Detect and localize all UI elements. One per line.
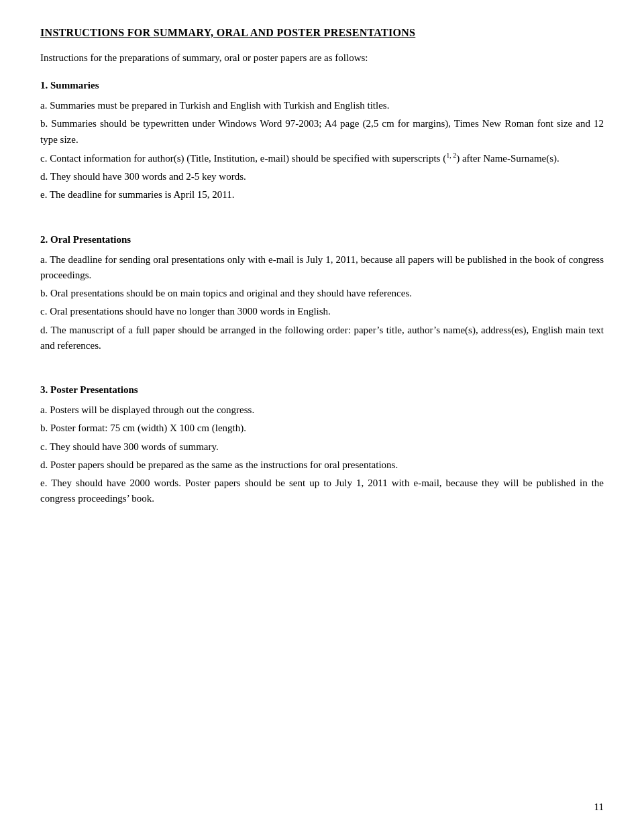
page: INSTRUCTIONS FOR SUMMARY, ORAL AND POSTE… bbox=[0, 0, 644, 833]
item-3d: d. Poster papers should be prepared as t… bbox=[40, 457, 604, 473]
intro-text: Instructions for the preparations of sum… bbox=[40, 52, 604, 64]
item-3a-text: Posters will be displayed through out th… bbox=[50, 404, 254, 415]
item-1a: a. Summaries must be prepared in Turkish… bbox=[40, 98, 604, 113]
item-3c-text: They should have 300 words of summary. bbox=[50, 441, 219, 452]
item-1d-label: d. bbox=[40, 171, 50, 182]
item-2a-label: a. bbox=[40, 254, 50, 265]
item-2d-label: d. bbox=[40, 325, 50, 335]
section-3-title: 3. Poster Presentations bbox=[40, 384, 604, 396]
item-2b-label: b. bbox=[40, 288, 50, 298]
item-3d-text: Poster papers should be prepared as the … bbox=[50, 459, 398, 470]
section-2-title: 2. Oral Presentations bbox=[40, 234, 604, 245]
item-2b-text: Oral presentations should be on main top… bbox=[50, 288, 412, 298]
section-summaries: 1. Summaries a. Summaries must be prepar… bbox=[40, 80, 604, 203]
item-3e-text: They should have 2000 words. Poster pape… bbox=[40, 478, 604, 504]
item-3c: c. They should have 300 words of summary… bbox=[40, 439, 604, 455]
item-1a-label: a. bbox=[40, 100, 50, 111]
item-3b: b. Poster format: 75 cm (width) X 100 cm… bbox=[40, 421, 604, 436]
item-1b-label: b. bbox=[40, 118, 51, 129]
item-2c: c. Oral presentations should have no lon… bbox=[40, 304, 604, 319]
item-3b-label: b. bbox=[40, 423, 50, 433]
item-1c-text-before: Contact information for author(s) (Title… bbox=[50, 153, 559, 164]
item-1e: e. The deadline for summaries is April 1… bbox=[40, 187, 604, 203]
item-2b: b. Oral presentations should be on main … bbox=[40, 286, 604, 301]
main-title: INSTRUCTIONS FOR SUMMARY, ORAL AND POSTE… bbox=[40, 27, 604, 39]
item-2d: d. The manuscript of a full paper should… bbox=[40, 323, 604, 354]
item-2c-text: Oral presentations should have no longer… bbox=[50, 306, 331, 317]
item-1b-text: Summaries should be typewritten under Wi… bbox=[40, 118, 604, 144]
item-1d-text: They should have 300 words and 2-5 key w… bbox=[50, 171, 246, 182]
item-1d: d. They should have 300 words and 2-5 ke… bbox=[40, 169, 604, 184]
item-3e-label: e. bbox=[40, 478, 51, 488]
item-2a: a. The deadline for sending oral present… bbox=[40, 252, 604, 284]
item-2c-label: c. bbox=[40, 306, 50, 317]
item-3a: a. Posters will be displayed through out… bbox=[40, 402, 604, 418]
item-1e-text: The deadline for summaries is April 15, … bbox=[50, 189, 235, 200]
item-2d-text: The manuscript of a full paper should be… bbox=[40, 325, 604, 351]
item-3a-label: a. bbox=[40, 404, 50, 415]
section-1-title: 1. Summaries bbox=[40, 80, 604, 91]
page-number: 11 bbox=[594, 801, 604, 813]
item-3d-label: d. bbox=[40, 459, 50, 470]
item-3e: e. They should have 2000 words. Poster p… bbox=[40, 476, 604, 507]
section-oral: 2. Oral Presentations a. The deadline fo… bbox=[40, 234, 604, 354]
item-1e-label: e. bbox=[40, 189, 50, 200]
item-1a-text: Summaries must be prepared in Turkish an… bbox=[50, 100, 389, 111]
item-1b: b. Summaries should be typewritten under… bbox=[40, 116, 604, 148]
item-1c-label: c. bbox=[40, 153, 50, 164]
item-1c: c. Contact information for author(s) (Ti… bbox=[40, 150, 604, 166]
section-poster: 3. Poster Presentations a. Posters will … bbox=[40, 384, 604, 507]
item-3c-label: c. bbox=[40, 441, 50, 452]
item-2a-text: The deadline for sending oral presentati… bbox=[40, 254, 604, 280]
item-3b-text: Poster format: 75 cm (width) X 100 cm (l… bbox=[50, 423, 246, 433]
